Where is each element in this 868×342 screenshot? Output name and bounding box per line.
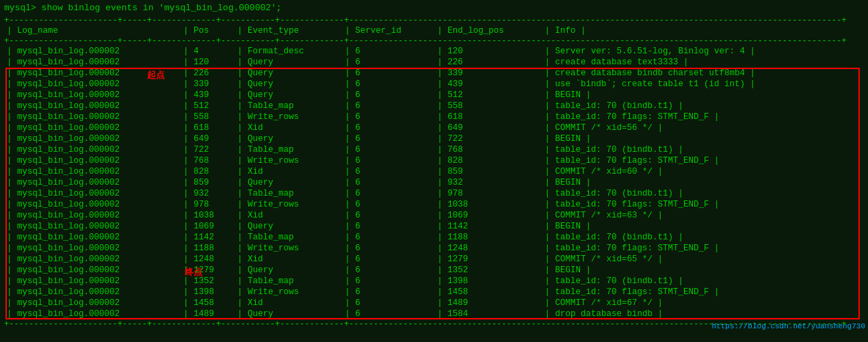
cell-9-3: | 6 <box>342 144 434 155</box>
cell-23-3: | 6 <box>342 298 434 308</box>
cell-8-4: | 722 <box>434 133 542 144</box>
cell-2-3: | 6 <box>342 68 434 79</box>
cell-14-2: | Write_rows <box>235 199 342 210</box>
cell-11-3: | 6 <box>342 166 434 177</box>
cell-15-4: | 1069 <box>434 210 542 221</box>
cell-14-5: | table_id: 70 flags: STMT_END_F | <box>542 199 864 210</box>
cell-19-0: | mysql_bin_log.000002 <box>4 254 181 265</box>
table-row: | mysql_bin_log.000002| 978| Write_rows … <box>4 199 864 210</box>
cell-17-4: | 1188 <box>434 232 542 243</box>
cell-18-3: | 6 <box>342 243 434 254</box>
binlog-table: +----------------------+-----+----------… <box>4 16 864 329</box>
header-col-1: | Pos <box>181 25 235 36</box>
cell-17-2: | Table_map <box>235 232 342 243</box>
cell-8-5: | BEGIN | <box>542 133 864 144</box>
cell-24-1: | 1489 <box>181 308 235 319</box>
cell-16-4: | 1142 <box>434 221 542 232</box>
cell-21-4: | 1398 <box>434 276 542 287</box>
cell-18-0: | mysql_bin_log.000002 <box>4 243 181 254</box>
cell-15-2: | Xid <box>235 210 342 221</box>
table-divider: +----------------------+-----+----------… <box>4 36 864 46</box>
cell-10-1: | 768 <box>181 155 235 166</box>
cell-15-1: | 1038 <box>181 210 235 221</box>
cell-7-2: | Xid <box>235 122 342 133</box>
cell-12-3: | 6 <box>342 177 434 188</box>
table-divider: +----------------------+-----+----------… <box>4 16 864 25</box>
table-row: | mysql_bin_log.000002| 1279| Query | 6|… <box>4 265 864 276</box>
cell-10-2: | Write_rows <box>235 155 342 166</box>
cell-11-0: | mysql_bin_log.000002 <box>4 166 181 177</box>
cell-24-5: | drop database bindb | <box>542 308 864 319</box>
cell-6-3: | 6 <box>342 111 434 122</box>
table-row: | mysql_bin_log.000002| 226| Query | 6| … <box>4 68 864 79</box>
cell-20-5: | BEGIN | <box>542 265 864 276</box>
cell-3-3: | 6 <box>342 79 434 90</box>
cell-0-2: | Format_desc <box>235 46 342 57</box>
cell-1-1: | 120 <box>181 57 235 68</box>
cell-5-5: | table_id: 70 (bindb.t1) | <box>542 101 864 111</box>
table-row: | mysql_bin_log.000002| 1458| Xid | 6| 1… <box>4 298 864 308</box>
cell-8-0: | mysql_bin_log.000002 <box>4 133 181 144</box>
cell-22-4: | 1458 <box>434 287 542 298</box>
table-row: | mysql_bin_log.000002| 120| Query | 6| … <box>4 57 864 68</box>
cell-2-4: | 339 <box>434 68 542 79</box>
cell-16-5: | BEGIN | <box>542 221 864 232</box>
table-row: | mysql_bin_log.000002| 1142| Table_map … <box>4 232 864 243</box>
cell-19-3: | 6 <box>342 254 434 265</box>
cell-19-2: | Xid <box>235 254 342 265</box>
cell-18-1: | 1188 <box>181 243 235 254</box>
cell-10-4: | 828 <box>434 155 542 166</box>
table-row: | mysql_bin_log.000002| 649| Query | 6| … <box>4 133 864 144</box>
table-row: | mysql_bin_log.000002| 1248| Xid | 6| 1… <box>4 254 864 265</box>
cell-11-4: | 859 <box>434 166 542 177</box>
cell-16-0: | mysql_bin_log.000002 <box>4 221 181 232</box>
header-col-5: | Info | <box>542 25 864 36</box>
cell-11-5: | COMMIT /* xid=60 */ | <box>542 166 864 177</box>
cell-11-1: | 828 <box>181 166 235 177</box>
cell-21-0: | mysql_bin_log.000002 <box>4 276 181 287</box>
cell-13-0: | mysql_bin_log.000002 <box>4 188 181 199</box>
cell-12-4: | 932 <box>434 177 542 188</box>
table-row: | mysql_bin_log.000002| 1398| Write_rows… <box>4 287 864 298</box>
cell-12-1: | 859 <box>181 177 235 188</box>
cell-9-4: | 768 <box>434 144 542 155</box>
cell-13-5: | table_id: 70 (bindb.t1) | <box>542 188 864 199</box>
cell-3-5: | use `bindb`; create table t1 (id int) … <box>542 79 864 90</box>
cell-24-0: | mysql_bin_log.000002 <box>4 308 181 319</box>
watermark: https://blog.csdn.net/yuansheng730 <box>712 322 865 330</box>
table-row: | mysql_bin_log.000002| 722| Table_map |… <box>4 144 864 155</box>
cell-2-1: | 226 <box>181 68 235 79</box>
table-row: | mysql_bin_log.000002| 1188| Write_rows… <box>4 243 864 254</box>
cell-22-1: | 1398 <box>181 287 235 298</box>
cell-22-2: | Write_rows <box>235 287 342 298</box>
cell-3-0: | mysql_bin_log.000002 <box>4 79 181 90</box>
header-col-3: | Server_id <box>342 25 434 36</box>
cell-22-0: | mysql_bin_log.000002 <box>4 287 181 298</box>
cell-18-5: | table_id: 70 flags: STMT_END_F | <box>542 243 864 254</box>
cell-3-1: | 339 <box>181 79 235 90</box>
cell-23-2: | Xid <box>235 298 342 308</box>
cell-14-4: | 1038 <box>434 199 542 210</box>
header-col-4: | End_log_pos <box>434 25 542 36</box>
cell-14-0: | mysql_bin_log.000002 <box>4 199 181 210</box>
cell-4-5: | BEGIN | <box>542 90 864 101</box>
cell-1-3: | 6 <box>342 57 434 68</box>
cell-8-3: | 6 <box>342 133 434 144</box>
table-row: | mysql_bin_log.000002| 828| Xid | 6| 85… <box>4 166 864 177</box>
cell-1-0: | mysql_bin_log.000002 <box>4 57 181 68</box>
cell-12-2: | Query <box>235 177 342 188</box>
cell-20-3: | 6 <box>342 265 434 276</box>
cell-9-0: | mysql_bin_log.000002 <box>4 144 181 155</box>
cell-21-5: | table_id: 70 (bindb.t1) | <box>542 276 864 287</box>
cell-22-5: | table_id: 70 flags: STMT_END_F | <box>542 287 864 298</box>
cell-4-3: | 6 <box>342 90 434 101</box>
cell-5-0: | mysql_bin_log.000002 <box>4 101 181 111</box>
cell-8-1: | 649 <box>181 133 235 144</box>
cell-22-3: | 6 <box>342 287 434 298</box>
table-row: | mysql_bin_log.000002| 932| Table_map |… <box>4 188 864 199</box>
cell-5-1: | 512 <box>181 101 235 111</box>
cell-6-5: | table_id: 70 flags: STMT_END_F | <box>542 111 864 122</box>
header-col-0: | Log_name <box>4 25 181 36</box>
cell-23-4: | 1489 <box>434 298 542 308</box>
cell-7-5: | COMMIT /* xid=56 */ | <box>542 122 864 133</box>
